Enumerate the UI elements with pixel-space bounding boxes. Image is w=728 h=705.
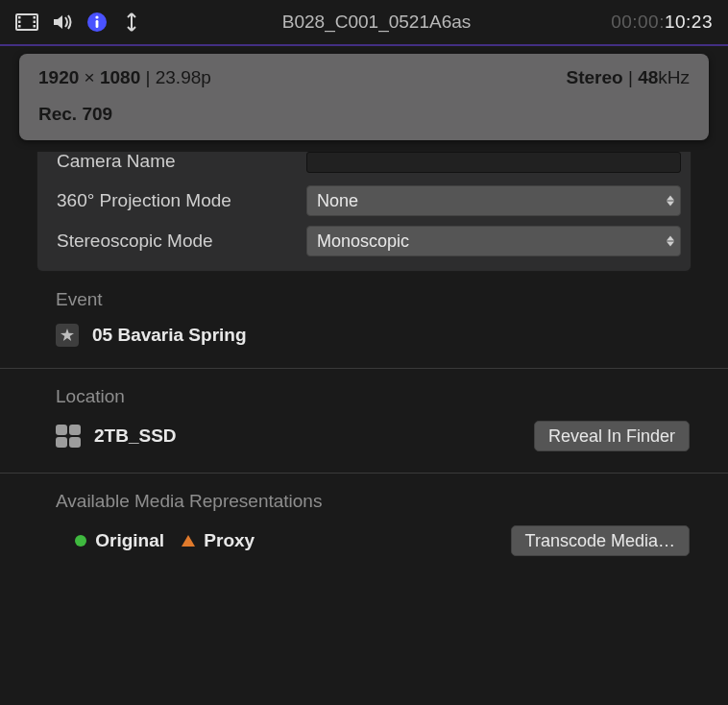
audio-tab-icon[interactable] <box>52 12 73 32</box>
event-header: Event <box>56 289 690 310</box>
media-representations-header: Available Media Representations <box>56 491 690 512</box>
projection-mode-value: None <box>317 191 358 211</box>
media-reps-list: Original Proxy <box>75 530 255 551</box>
stepper-arrows-icon <box>667 196 674 207</box>
clip-name: B028_C001_0521A6as <box>142 12 611 33</box>
toolbar-tabs <box>15 12 142 33</box>
location-name: 2TB_SSD <box>94 425 177 447</box>
camera-name-input[interactable] <box>306 152 681 173</box>
svg-rect-1 <box>18 16 21 19</box>
svg-rect-3 <box>18 25 21 28</box>
original-media-indicator: Original <box>75 530 164 551</box>
location-item: 2TB_SSD <box>56 425 177 448</box>
camera-name-label: Camera Name <box>57 154 306 172</box>
video-tab-icon[interactable] <box>15 12 38 32</box>
svg-rect-4 <box>34 16 36 19</box>
audio-format: Stereo | 48kHz <box>566 67 690 88</box>
timecode-frames: 10:23 <box>665 12 713 32</box>
event-name: 05 Bavaria Spring <box>92 325 247 346</box>
media-representations-section: Available Media Representations Original… <box>0 473 728 577</box>
projection-mode-row: 360° Projection Mode None <box>57 181 681 221</box>
stereoscopic-mode-label: Stereoscopic Mode <box>57 231 306 252</box>
inspector-toolbar: B028_C001_0521A6as 00:00:10:23 <box>0 0 728 46</box>
status-dot-green-icon <box>75 535 86 547</box>
stereoscopic-mode-value: Monoscopic <box>317 231 409 252</box>
proxy-media-indicator: Proxy <box>182 530 255 551</box>
timecode-hours: 00:00: <box>611 12 665 32</box>
stereoscopic-mode-row: Stereoscopic Mode Monoscopic <box>57 221 681 261</box>
reveal-in-finder-button[interactable]: Reveal In Finder <box>534 421 690 451</box>
stereoscopic-mode-select[interactable]: Monoscopic <box>306 226 681 256</box>
svg-rect-6 <box>34 25 36 28</box>
colorspace: Rec. 709 <box>38 104 690 125</box>
svg-rect-5 <box>34 21 36 24</box>
info-row-format: 1920 × 1080 | 23.98p Stereo | 48kHz <box>38 67 690 88</box>
extended-info-panel: Camera Name 360° Projection Mode None St… <box>36 152 692 272</box>
drive-icon <box>56 425 81 448</box>
projection-mode-label: 360° Projection Mode <box>57 190 306 211</box>
original-label: Original <box>95 530 164 550</box>
location-header: Location <box>56 386 690 407</box>
proxy-label: Proxy <box>204 530 255 550</box>
event-star-icon <box>56 324 79 347</box>
event-section: Event 05 Bavaria Spring <box>0 272 728 368</box>
event-item: 05 Bavaria Spring <box>56 324 247 347</box>
projection-mode-select[interactable]: None <box>306 185 681 216</box>
video-format: 1920 × 1080 | 23.98p <box>38 67 211 88</box>
svg-point-8 <box>95 15 98 18</box>
status-triangle-orange-icon <box>182 535 195 547</box>
camera-name-row: Camera Name <box>57 154 681 181</box>
svg-rect-9 <box>96 20 99 28</box>
transcode-media-button[interactable]: Transcode Media… <box>511 525 690 556</box>
svg-rect-2 <box>18 21 21 24</box>
info-tab-icon[interactable] <box>86 12 108 33</box>
share-tab-icon[interactable] <box>121 12 142 33</box>
stepper-arrows-icon <box>667 236 674 247</box>
clip-info-banner: 1920 × 1080 | 23.98p Stereo | 48kHz Rec.… <box>19 54 709 140</box>
location-section: Location 2TB_SSD Reveal In Finder <box>0 368 728 473</box>
timecode: 00:00:10:23 <box>611 12 713 33</box>
